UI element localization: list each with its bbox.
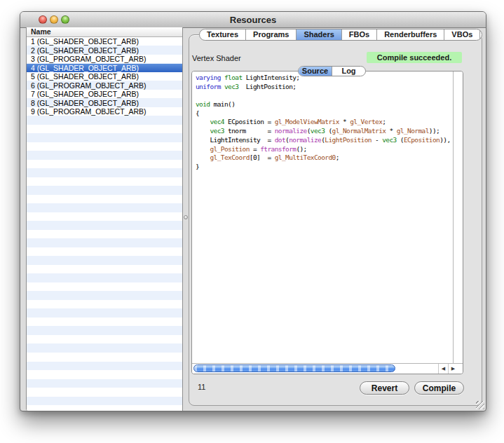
code-line: { [196,109,453,118]
code-line: void main() [196,100,453,109]
code-editor[interactable]: varying float LightIntensity;uniform vec… [192,71,453,363]
tab-vbos[interactable]: VBOs [444,29,479,40]
h-scrollbar-track[interactable] [192,364,438,374]
object-list: Name 1 (GL_SHADER_OBJECT_ARB)2 (GL_SHADE… [26,27,183,411]
splitter-handle[interactable] [184,215,188,219]
window-title: Resources [20,15,486,25]
tab-programs[interactable]: Programs [245,29,296,40]
code-line [196,91,453,100]
list-item[interactable]: 3 (GL_PROGRAM_OBJECT_ARB) [27,55,182,64]
subtab-log[interactable]: Log [332,67,365,76]
h-scrollbar-thumb[interactable] [193,364,395,372]
scroll-right-icon[interactable]: ▶ [448,364,458,374]
code-line: uniform vec3 LightPosition; [196,83,453,92]
subtab-source[interactable]: Source [299,67,332,76]
list-item[interactable]: 6 (GL_PROGRAM_OBJECT_ARB) [27,81,182,90]
source-view-frame: varying float LightIntensity;uniform vec… [191,71,463,374]
resources-window: Resources Name 1 (GL_SHADER_OBJECT_ARB)2… [20,11,486,411]
title-bar[interactable]: Resources [20,12,486,28]
code-line: gl_TexCoord[0] = gl_MultiTexCoord0; [196,154,453,163]
sidebar-list[interactable]: 1 (GL_SHADER_OBJECT_ARB)2 (GL_SHADER_OBJ… [27,37,182,411]
code-line: vec4 ECposition = gl_ModelViewMatrix * g… [196,118,453,127]
tab-bar: TexturesProgramsShadersFBOsRenderbuffers… [199,29,482,41]
code-line: } [196,163,453,172]
code-line: vec3 tnorm = normalize(vec3 (gl_NormalMa… [196,127,453,136]
compile-button[interactable]: Compile [414,381,464,395]
scrollbar-corner [458,364,463,374]
scroll-left-icon[interactable]: ◀ [438,364,448,374]
revert-button[interactable]: Revert [360,381,409,395]
column-header-name[interactable]: Name [27,27,182,37]
vertical-scrollbar[interactable] [453,71,463,363]
tab-textures[interactable]: Textures [200,29,245,40]
code-line: gl_Position = ftransform(); [196,145,453,154]
code-content[interactable]: varying float LightIntensity;uniform vec… [196,74,453,363]
list-item[interactable]: 5 (GL_SHADER_OBJECT_ARB) [27,72,182,81]
list-item[interactable]: 4 (GL_SHADER_OBJECT_ARB) [27,64,182,73]
list-item[interactable]: 8 (GL_SHADER_OBJECT_ARB) [27,99,182,108]
tab-shaders[interactable]: Shaders [296,29,341,40]
shader-type-label: Vertex Shader [192,54,241,62]
list-item[interactable]: 2 (GL_SHADER_OBJECT_ARB) [27,46,182,55]
resize-grip[interactable] [476,401,484,409]
list-item[interactable]: 7 (GL_SHADER_OBJECT_ARB) [27,90,182,99]
compile-status-badge: Compile succeeded. [367,52,462,63]
list-item[interactable]: 9 (GL_PROGRAM_OBJECT_ARB) [27,107,182,116]
list-item[interactable]: 1 (GL_SHADER_OBJECT_ARB) [27,37,182,46]
horizontal-scrollbar: ◀ ▶ [192,363,463,374]
object-id-label: 11 [198,383,205,391]
tab-fbos[interactable]: FBOs [341,29,376,40]
code-line: LightIntensity = dot(normalize(LightPosi… [196,136,453,145]
source-log-segmented-control: SourceLog [298,66,366,76]
tab-renderbuffers[interactable]: Renderbuffers [376,29,444,40]
